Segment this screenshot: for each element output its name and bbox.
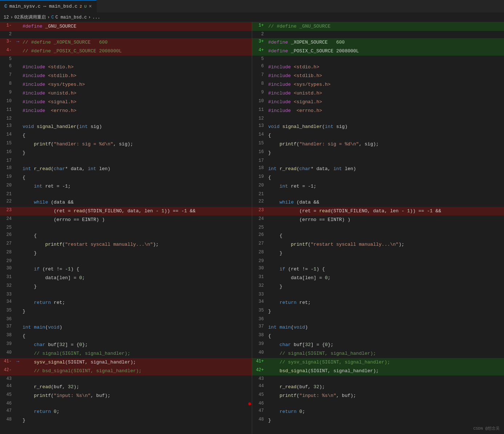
code-content (21, 224, 252, 226)
code-content: } (267, 416, 504, 425)
line-number: 6 (252, 63, 267, 69)
line-number: 4+ (252, 47, 267, 53)
line-number: 25 (252, 224, 267, 230)
code-content: // sysv_signal(SIGINT, signal_handler); (267, 358, 504, 367)
code-content: // #define _XOPEN_SOURCE 600 (21, 38, 252, 47)
table-row: 22 while (data && (252, 198, 504, 207)
line-number: 25 (0, 224, 15, 230)
code-content: #include <unistd.h> (267, 89, 504, 98)
table-row: 36 (0, 316, 252, 323)
code-content: #include <signal.h> (267, 98, 504, 107)
line-number: 47 (0, 407, 15, 413)
table-row: 8#include <sys/types.h> (252, 80, 504, 89)
code-content: char buf[32] = {0}; (21, 341, 252, 349)
table-row: 25 (0, 224, 252, 232)
table-row: 10#include <signal.h> (0, 98, 252, 107)
table-row: 11#include <errno.h> (0, 107, 252, 115)
table-row: 33 (252, 291, 504, 298)
table-row: 10#include <signal.h> (252, 98, 504, 107)
code-content: #include <errno.h> (21, 107, 252, 115)
code-content (21, 258, 252, 259)
diff-arrow (15, 332, 21, 333)
table-row: 2 (0, 31, 252, 38)
diff-arrow (15, 80, 21, 81)
diff-arrow (15, 375, 21, 376)
code-content: } (267, 249, 504, 258)
code-content: { (267, 131, 504, 140)
active-tab[interactable]: C main_sysv.c ↔ main_bsd.c 2 U × (0, 0, 97, 13)
left-diff-pane[interactable]: 1-#define _GNU_SOURCE23-→// #define _XOP… (0, 22, 252, 434)
table-row: 23 (ret = read(STDIN_FILENO, data, len -… (252, 207, 504, 216)
table-row: 4-// #define _POSIX_C_SOURCE 2008000L (0, 47, 252, 56)
table-row: 47 return 0; (0, 407, 252, 416)
table-row: 15 printf("handler: sig = %d\n", sig); (0, 140, 252, 149)
table-row: 32 } (0, 282, 252, 291)
diff-arrow (15, 63, 21, 64)
code-content: (errno == EINTR) ) (267, 216, 504, 224)
diff-arrow (15, 349, 21, 350)
code-content: } (267, 149, 504, 157)
code-content: return ret; (267, 298, 504, 307)
code-content: printf("input: %s\n", buf); (21, 391, 252, 400)
table-row: 38{ (0, 332, 252, 341)
code-content: return 0; (21, 407, 252, 416)
table-row: 28 } (0, 249, 252, 258)
code-content (21, 191, 252, 192)
breadcrumb-sep1: › (10, 15, 13, 20)
code-content: int main(void) (21, 323, 252, 332)
table-row: 20 int ret = -1; (252, 182, 504, 191)
line-number: 21 (0, 191, 15, 197)
watermark: CSDN @想念吴 (473, 426, 500, 431)
line-number: 31 (0, 274, 15, 280)
table-row: 45 printf("input: %s\n", buf); (252, 391, 504, 400)
tab-label: main_sysv.c ↔ main_bsd.c (9, 4, 77, 9)
table-row: 20 int ret = -1; (0, 182, 252, 191)
code-content: { (267, 232, 504, 240)
line-number: 18 (252, 165, 267, 170)
code-content: int r_read(char* data, int len) (21, 165, 252, 173)
table-row: 16} (0, 149, 252, 157)
code-content: #include <unistd.h> (21, 89, 252, 98)
right-diff-pane[interactable]: 1+// #define _GNU_SOURCE23+#define _XOPE… (252, 22, 504, 434)
table-row: 45 printf("input: %s\n", buf); (0, 391, 252, 400)
line-number: 10 (0, 98, 15, 104)
line-number: 6 (0, 63, 15, 69)
table-row: 21 (0, 191, 252, 198)
line-number: 39 (0, 341, 15, 346)
line-number: 38 (0, 332, 15, 338)
code-content: // signal(SIGINT, signal_handler); (21, 349, 252, 358)
code-content: { (21, 332, 252, 341)
code-content: return 0; (267, 407, 504, 416)
code-content: #define _XOPEN_SOURCE 600 (267, 38, 504, 47)
code-content: (errno == EINTR) ) (21, 216, 252, 224)
close-tab-button[interactable]: × (89, 4, 92, 9)
diff-arrow (15, 149, 21, 149)
line-number: 41- (0, 358, 15, 364)
diff-arrow (15, 56, 21, 56)
line-number: 35 (252, 307, 267, 313)
diff-arrow (15, 216, 21, 216)
line-number: 8 (0, 80, 15, 86)
line-number: 16 (252, 149, 267, 154)
table-row: 33 (0, 291, 252, 298)
error-indicator (248, 402, 251, 405)
table-row: 13void signal_handler(int sig) (252, 122, 504, 131)
diff-arrow (15, 98, 21, 99)
code-content: while (data && (21, 198, 252, 207)
diff-arrow (15, 298, 21, 299)
table-row: 7#include <stdlib.h> (0, 72, 252, 80)
breadcrumb-item4: ... (92, 15, 100, 20)
table-row: 31 data[len] = 0; (252, 274, 504, 282)
table-row: 29 (0, 258, 252, 265)
line-number: 4- (0, 47, 15, 53)
code-content: void signal_handler(int sig) (21, 122, 252, 131)
diff-arrow (15, 307, 21, 308)
diff-container: 1-#define _GNU_SOURCE23-→// #define _XOP… (0, 22, 504, 434)
diff-arrow (15, 323, 21, 324)
code-content: while (data && (267, 198, 504, 207)
line-number: 41+ (252, 358, 267, 364)
table-row: 44 r_read(buf, 32); (252, 383, 504, 391)
line-number: 3- (0, 38, 15, 44)
breadcrumb: 12 › 02系统调用重启 › C C main_bsd.c › ... (0, 13, 504, 22)
breadcrumb-item3[interactable]: C main_bsd.c (55, 15, 86, 20)
